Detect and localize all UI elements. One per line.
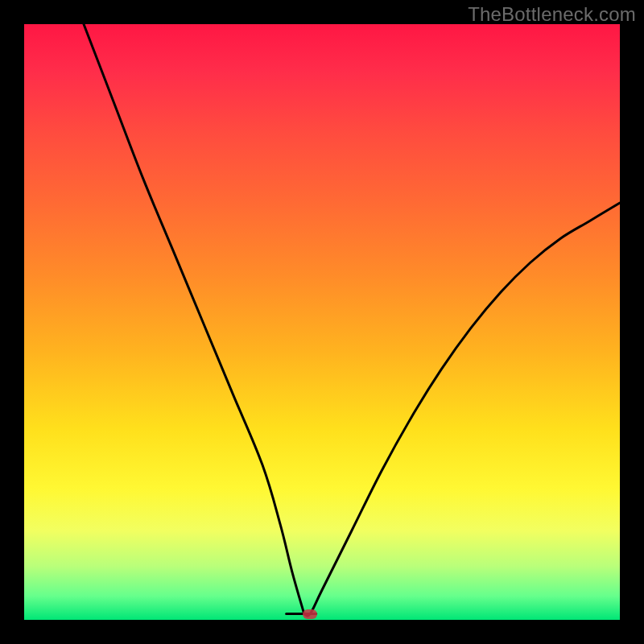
plot-area — [24, 24, 620, 620]
bottleneck-curve — [84, 24, 620, 616]
min-marker — [303, 609, 317, 619]
curve-svg — [24, 24, 620, 620]
watermark-text: TheBottleneck.com — [468, 3, 636, 26]
chart-frame: TheBottleneck.com — [0, 0, 644, 644]
